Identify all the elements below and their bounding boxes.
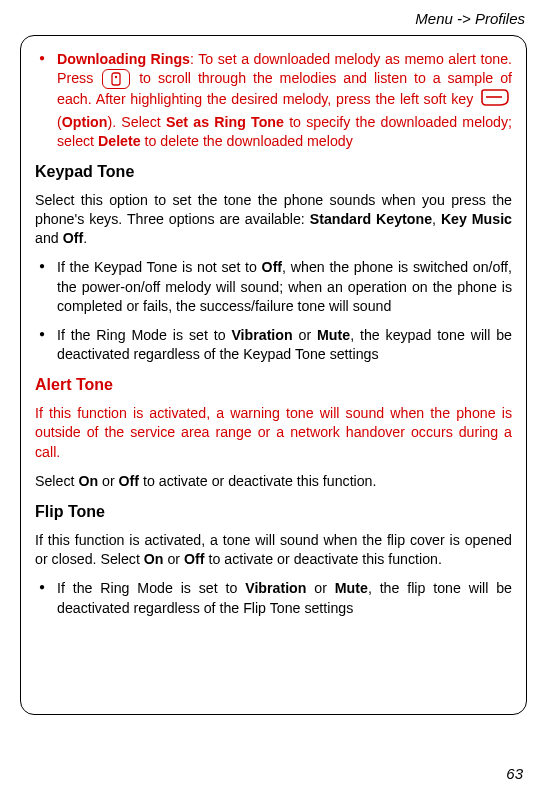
ft-mute: Mute xyxy=(335,580,368,596)
ft-p1b: to activate or deactivate this function. xyxy=(205,551,442,567)
dl-delete: Delete xyxy=(98,133,141,149)
keypad-tone-heading: Keypad Tone xyxy=(35,163,512,181)
ft-li1a: If the Ring Mode is set to xyxy=(57,580,245,596)
kt-b3: Off xyxy=(63,230,84,246)
alert-tone-heading: Alert Tone xyxy=(35,376,512,394)
at-p2a: Select xyxy=(35,473,78,489)
dl-t4: ). Select xyxy=(107,114,166,130)
kt-sep1: , xyxy=(432,211,441,227)
ft-lor: or xyxy=(306,580,334,596)
breadcrumb: Menu -> Profiles xyxy=(20,10,525,27)
content-frame: Downloading Rings: To set a downloaded m… xyxy=(20,35,527,715)
svg-rect-0 xyxy=(112,73,120,85)
kt-li1-off: Off xyxy=(262,259,283,275)
kt-li2-mute: Mute xyxy=(317,327,350,343)
kt-li2-vib: Vibration xyxy=(231,327,292,343)
left-softkey-icon xyxy=(480,89,510,112)
alert-tone-onoff: Select On or Off to activate or deactiva… xyxy=(35,472,512,491)
scroll-key-icon xyxy=(102,69,130,89)
alert-tone-desc: If this function is activated, a warning… xyxy=(35,404,512,462)
at-p2b: to activate or deactivate this function. xyxy=(139,473,376,489)
at-or: or xyxy=(98,473,119,489)
dl-t6: to delete the downloaded melody xyxy=(141,133,353,149)
kt-li2a: If the Ring Mode is set to xyxy=(57,327,231,343)
ft-on: On xyxy=(144,551,164,567)
bullet-downloading-rings: Downloading Rings: To set a downloaded m… xyxy=(35,50,512,151)
keypad-bullet-1: If the Keypad Tone is not set to Off, wh… xyxy=(35,258,512,316)
flip-tone-desc: If this function is activated, a tone wi… xyxy=(35,531,512,569)
kt-li1a: If the Keypad Tone is not set to xyxy=(57,259,262,275)
flip-bullet-1: If the Ring Mode is set to Vibration or … xyxy=(35,579,512,617)
at-on: On xyxy=(78,473,98,489)
kt-li2-or: or xyxy=(293,327,317,343)
at-off: Off xyxy=(119,473,140,489)
ft-vib: Vibration xyxy=(245,580,306,596)
dl-setas: Set as Ring Tone xyxy=(166,114,284,130)
kt-b1: Standard Keytone xyxy=(310,211,432,227)
kt-sep2: and xyxy=(35,230,63,246)
page-number: 63 xyxy=(506,765,523,782)
dl-title: Downloading Rings xyxy=(57,51,190,67)
keypad-bullet-2: If the Ring Mode is set to Vibration or … xyxy=(35,326,512,364)
svg-point-1 xyxy=(115,76,117,78)
ft-off: Off xyxy=(184,551,205,567)
ft-or: or xyxy=(164,551,185,567)
flip-tone-heading: Flip Tone xyxy=(35,503,512,521)
kt-p1b: . xyxy=(83,230,87,246)
keypad-tone-desc: Select this option to set the tone the p… xyxy=(35,191,512,249)
dl-option: Option xyxy=(62,114,108,130)
kt-b2: Key Music xyxy=(441,211,512,227)
